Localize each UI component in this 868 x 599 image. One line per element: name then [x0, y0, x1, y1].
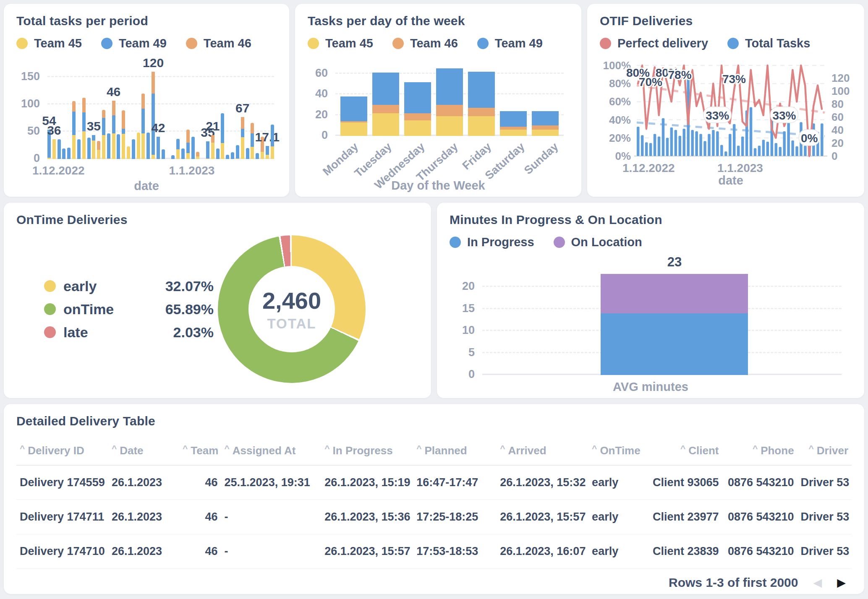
total-tasks-bar[interactable] — [754, 148, 757, 156]
stacked-bar-tuesday[interactable] — [372, 73, 399, 136]
stacked-bar[interactable] — [181, 148, 185, 159]
stacked-bar[interactable] — [256, 153, 259, 159]
pagination-next-button[interactable]: ▶ — [837, 577, 846, 589]
stacked-bar[interactable] — [67, 148, 71, 159]
legend-item-team-45[interactable]: Team 45 — [308, 36, 373, 50]
column-header-arrived[interactable]: ^Arrived — [497, 437, 588, 465]
pagination-prev-button[interactable]: ◀ — [813, 577, 822, 589]
table-row[interactable]: Delivery 17471126.1.202346-26.1.2023, 15… — [16, 500, 852, 534]
legend-item-team-45[interactable]: Team 45 — [16, 36, 82, 50]
total-tasks-bar[interactable] — [783, 131, 786, 156]
column-header-phone[interactable]: ^Phone — [722, 437, 797, 465]
stacked-bar[interactable] — [77, 139, 81, 159]
legend-item-team-49[interactable]: Team 49 — [101, 36, 167, 50]
total-tasks-bar[interactable] — [758, 146, 761, 156]
total-tasks-bar[interactable] — [791, 141, 794, 156]
total-tasks-bar[interactable] — [649, 143, 652, 156]
donut-legend-item-late[interactable]: late2.03% — [44, 324, 214, 341]
stacked-bar[interactable] — [72, 101, 76, 159]
avg-minutes-stacked-bar[interactable]: 23 — [601, 274, 748, 375]
total-tasks-bar[interactable] — [679, 136, 682, 156]
total-tasks-bar[interactable] — [699, 134, 702, 156]
total-tasks-bar[interactable] — [654, 134, 656, 156]
total-tasks-bar[interactable] — [766, 142, 769, 156]
stacked-bar[interactable] — [107, 133, 110, 159]
total-tasks-bar[interactable] — [775, 143, 778, 156]
stacked-bar[interactable] — [176, 139, 180, 159]
stacked-bar[interactable] — [171, 155, 175, 159]
total-tasks-bar[interactable] — [762, 140, 765, 156]
stacked-bar[interactable] — [186, 130, 190, 159]
donut-legend-item-early[interactable]: early32.07% — [44, 278, 214, 294]
legend-item-team-49[interactable]: Team 49 — [477, 36, 543, 50]
total-tasks-bar[interactable] — [750, 107, 753, 156]
stacked-bar-friday[interactable] — [468, 72, 495, 136]
stacked-bar[interactable]: 67 — [241, 117, 244, 159]
legend-item-on-location[interactable]: On Location — [554, 235, 642, 249]
total-tasks-bar[interactable] — [737, 146, 740, 156]
stacked-bar[interactable] — [117, 134, 120, 159]
total-tasks-bar[interactable] — [724, 151, 727, 156]
total-tasks-bar[interactable] — [670, 128, 673, 156]
table-row[interactable]: Delivery 17471026.1.202346-26.1.2023, 15… — [16, 534, 852, 569]
stacked-bar[interactable] — [146, 133, 150, 159]
total-tasks-bar[interactable] — [729, 134, 732, 156]
legend-item-perfect-delivery[interactable]: Perfect delivery — [600, 36, 708, 50]
stacked-bar-saturday[interactable] — [500, 111, 527, 136]
column-header-team[interactable]: ^Team — [179, 437, 221, 465]
table-row[interactable]: Delivery 17455926.1.20234625.1.2023, 19:… — [16, 465, 852, 500]
stacked-bar[interactable] — [231, 152, 234, 159]
total-tasks-bar[interactable] — [662, 118, 665, 156]
column-header-in-progress[interactable]: ^In Progress — [321, 437, 413, 465]
stacked-bar[interactable]: 42 — [157, 137, 160, 159]
total-tasks-bar[interactable] — [787, 120, 790, 156]
stacked-bar[interactable] — [251, 123, 254, 159]
total-tasks-bar[interactable] — [716, 131, 719, 156]
column-header-assigned-at[interactable]: ^Assigned At — [221, 437, 322, 465]
legend-item-team-46[interactable]: Team 46 — [186, 36, 251, 50]
total-tasks-bar[interactable] — [741, 136, 744, 156]
stacked-bar[interactable]: 36 — [52, 139, 56, 159]
stacked-bar[interactable] — [102, 110, 105, 159]
total-tasks-bar[interactable] — [637, 127, 640, 156]
total-tasks-bar[interactable] — [779, 147, 782, 156]
stacked-bar[interactable] — [87, 138, 91, 159]
stacked-bar[interactable] — [216, 148, 220, 159]
total-tasks-bar[interactable] — [708, 134, 711, 156]
stacked-bar[interactable] — [236, 145, 239, 159]
stacked-bar[interactable]: 120 — [152, 72, 155, 159]
total-tasks-bar[interactable] — [645, 142, 648, 156]
stacked-bar[interactable] — [196, 152, 199, 159]
total-tasks-bar[interactable] — [683, 129, 686, 156]
stacked-bar[interactable] — [271, 125, 274, 159]
total-tasks-bar[interactable] — [695, 131, 698, 156]
stacked-bar[interactable]: 21 — [211, 135, 214, 159]
stacked-bar[interactable] — [162, 149, 165, 159]
stacked-bar[interactable] — [62, 148, 65, 159]
column-header-ontime[interactable]: ^OnTime — [588, 437, 647, 465]
stacked-bar[interactable] — [127, 146, 130, 159]
total-tasks-bar[interactable] — [712, 130, 715, 156]
total-tasks-bar[interactable] — [691, 130, 694, 156]
stacked-bar-monday[interactable] — [340, 96, 367, 136]
total-tasks-bar[interactable] — [658, 136, 661, 156]
total-tasks-bar[interactable] — [795, 146, 798, 156]
stacked-bar[interactable] — [132, 139, 135, 159]
total-tasks-bar[interactable] — [703, 141, 706, 156]
stacked-bar[interactable]: 35 — [92, 135, 95, 159]
legend-item-in-progress[interactable]: In Progress — [450, 235, 534, 249]
stacked-bar[interactable] — [97, 141, 100, 159]
stacked-bar[interactable] — [221, 113, 224, 159]
stacked-bar-sunday[interactable] — [532, 111, 559, 136]
legend-item-team-46[interactable]: Team 46 — [392, 36, 458, 50]
column-header-delivery-id[interactable]: ^Delivery ID — [16, 437, 108, 465]
column-header-client[interactable]: ^Client — [647, 437, 722, 465]
stacked-bar[interactable]: 46 — [112, 101, 115, 159]
total-tasks-bar[interactable] — [641, 135, 644, 156]
legend-item-total-tasks[interactable]: Total Tasks — [727, 36, 810, 50]
column-header-date[interactable]: ^Date — [108, 437, 179, 465]
stacked-bar[interactable] — [191, 137, 195, 159]
total-tasks-bar[interactable] — [821, 123, 824, 156]
stacked-bar[interactable] — [226, 155, 229, 159]
total-tasks-bar[interactable] — [733, 124, 736, 156]
